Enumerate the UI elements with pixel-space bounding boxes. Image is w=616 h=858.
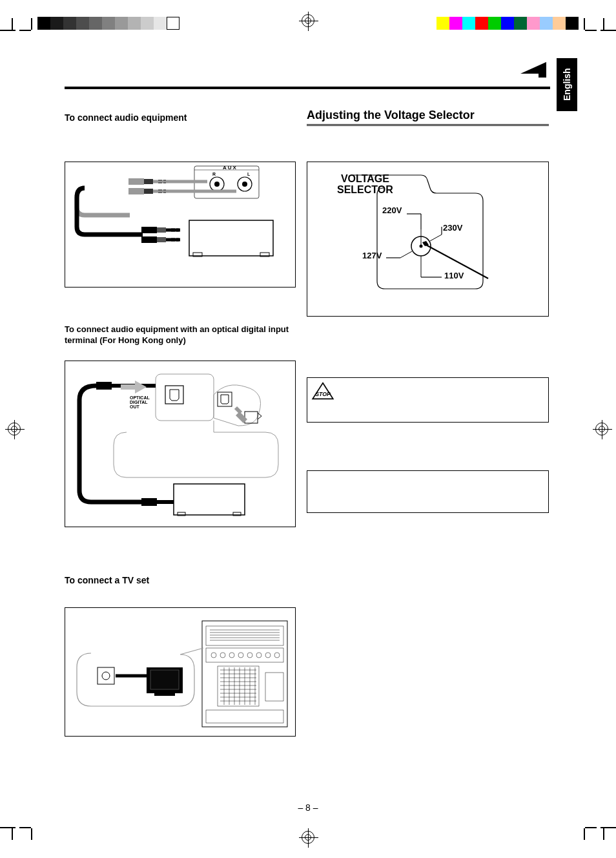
continuation-arrow-icon bbox=[520, 62, 546, 74]
svg-point-35 bbox=[229, 653, 234, 658]
svg-point-36 bbox=[238, 653, 243, 658]
svg-marker-22 bbox=[236, 412, 247, 423]
registration-mark-icon bbox=[595, 423, 608, 435]
svg-point-34 bbox=[220, 653, 225, 658]
svg-rect-25 bbox=[174, 484, 245, 515]
optical-digital-out-label: OPTICAL DIGITAL OUT bbox=[130, 395, 150, 409]
svg-rect-14 bbox=[157, 237, 166, 242]
svg-rect-32 bbox=[206, 648, 283, 662]
registration-mark-icon bbox=[302, 831, 314, 844]
svg-rect-9 bbox=[144, 179, 153, 184]
svg-rect-41 bbox=[265, 673, 283, 701]
svg-rect-7 bbox=[128, 178, 144, 185]
svg-point-38 bbox=[256, 653, 262, 658]
figure-audio-connection: AUX R L bbox=[65, 162, 296, 288]
svg-rect-13 bbox=[157, 227, 166, 233]
color-bar bbox=[436, 17, 579, 30]
svg-point-6 bbox=[242, 182, 247, 187]
svg-rect-43 bbox=[98, 667, 114, 684]
svg-rect-21 bbox=[245, 412, 258, 423]
language-tab: English bbox=[557, 58, 577, 111]
svg-rect-19 bbox=[165, 386, 183, 404]
registration-mark-icon bbox=[302, 14, 314, 27]
caution-box: STOP bbox=[307, 377, 549, 423]
svg-rect-31 bbox=[218, 666, 259, 706]
registration-mark-icon bbox=[8, 423, 21, 435]
svg-rect-0 bbox=[78, 169, 285, 282]
svg-point-40 bbox=[274, 653, 280, 658]
channel-r-label: R bbox=[212, 172, 216, 176]
svg-marker-28 bbox=[121, 381, 147, 393]
heading-voltage-selector: Adjusting the Voltage Selector bbox=[307, 109, 549, 126]
svg-rect-8 bbox=[128, 188, 144, 194]
figure-voltage-selector: VOLTAGESELECTOR 220V 230V 127V 110V bbox=[307, 162, 549, 317]
figure-optical-connection: OPTICAL DIGITAL OUT bbox=[65, 361, 296, 527]
heading-connect-audio: To connect audio equipment bbox=[65, 112, 187, 123]
voltage-110v-label: 110V bbox=[444, 271, 464, 280]
svg-rect-15 bbox=[189, 220, 273, 256]
svg-rect-30 bbox=[206, 626, 283, 645]
channel-l-label: L bbox=[247, 172, 250, 176]
svg-rect-42 bbox=[206, 710, 283, 723]
svg-line-55 bbox=[400, 251, 412, 258]
svg-text:STOP: STOP bbox=[315, 391, 331, 397]
svg-point-39 bbox=[265, 653, 271, 658]
aux-label: AUX bbox=[223, 165, 238, 171]
svg-point-4 bbox=[214, 182, 220, 187]
svg-rect-23 bbox=[96, 382, 112, 390]
heading-connect-tv: To connect a TV set bbox=[65, 575, 149, 585]
svg-point-37 bbox=[247, 653, 252, 658]
svg-rect-46 bbox=[150, 670, 179, 689]
voltage-220v-label: 220V bbox=[382, 205, 402, 215]
note-box bbox=[307, 470, 549, 513]
svg-point-33 bbox=[211, 653, 216, 658]
svg-rect-12 bbox=[141, 236, 157, 243]
svg-rect-20 bbox=[218, 392, 232, 406]
svg-rect-10 bbox=[144, 189, 153, 194]
svg-rect-18 bbox=[156, 374, 214, 421]
heading-optical-digital: To connect audio equipment with an optic… bbox=[65, 324, 296, 346]
grayscale-bar bbox=[37, 17, 180, 30]
top-rule bbox=[65, 87, 550, 89]
svg-rect-47 bbox=[154, 692, 175, 696]
page-number: – 8 – bbox=[39, 802, 577, 813]
svg-point-44 bbox=[102, 672, 110, 680]
voltage-127v-label: 127V bbox=[362, 251, 382, 260]
svg-line-53 bbox=[430, 235, 442, 241]
svg-rect-11 bbox=[141, 227, 157, 233]
voltage-selector-title: VOLTAGESELECTOR bbox=[337, 174, 393, 196]
stop-icon: STOP bbox=[311, 382, 334, 401]
svg-rect-24 bbox=[141, 498, 157, 506]
figure-tv-connection bbox=[65, 607, 296, 737]
voltage-230v-label: 230V bbox=[443, 223, 462, 233]
